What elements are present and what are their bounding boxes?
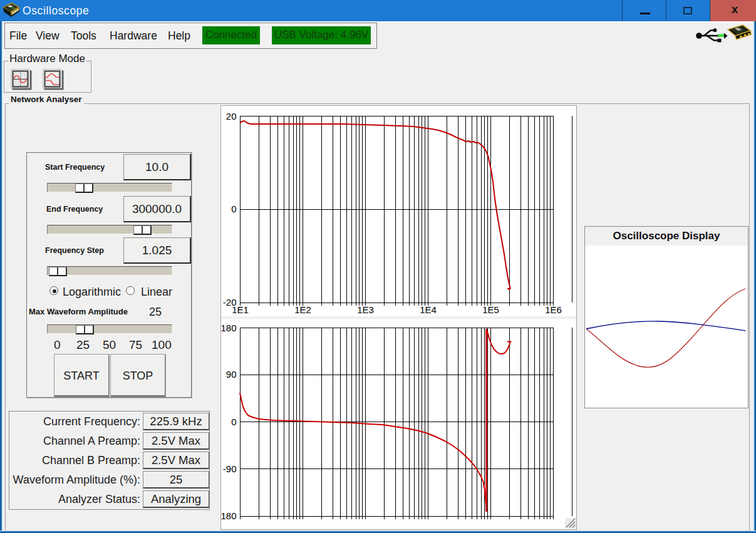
svg-text:180: 180 (221, 323, 237, 333)
svg-text:1E6: 1E6 (545, 304, 562, 315)
svg-text:1E5: 1E5 (482, 304, 499, 315)
svg-text:0: 0 (231, 417, 236, 427)
svg-text:20: 20 (226, 111, 237, 122)
svg-text:1E4: 1E4 (420, 304, 437, 315)
svg-text:90: 90 (226, 369, 237, 380)
svg-text:1E2: 1E2 (294, 304, 311, 315)
svg-text:-90: -90 (223, 463, 237, 474)
svg-text:1E1: 1E1 (232, 304, 249, 315)
svg-text:180: 180 (221, 510, 237, 521)
svg-text:1E3: 1E3 (357, 304, 374, 315)
svg-text:0: 0 (231, 204, 236, 214)
